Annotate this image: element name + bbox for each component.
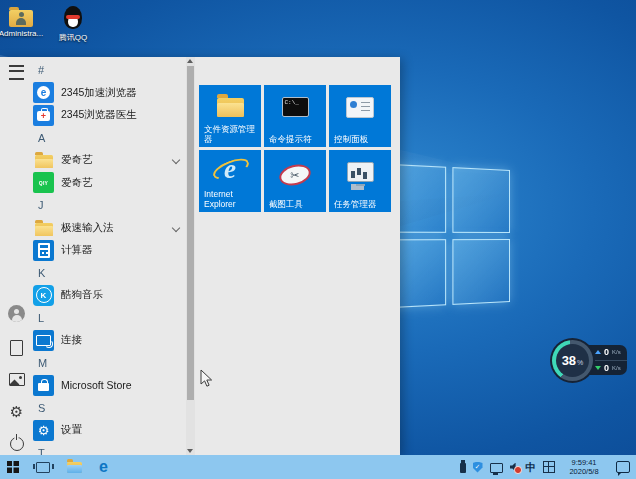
volume-muted-icon[interactable] [510, 463, 519, 472]
file-explorer-taskbar-button[interactable] [67, 462, 82, 473]
kugou-icon: K [33, 285, 54, 306]
memory-usage-ball[interactable]: 38 % [550, 338, 595, 383]
user-folder-icon [9, 10, 33, 27]
desktop-icon-administrator[interactable]: Administra... [0, 6, 48, 38]
app-item-2345-doctor[interactable]: + 2345浏览器医生 [33, 104, 185, 127]
start-menu-rail: ⚙ [0, 57, 33, 455]
qq-penguin-icon [62, 6, 84, 30]
command-prompt-icon: C:\_ [282, 97, 309, 117]
app-item-2345-browser[interactable]: e 2345加速浏览器 [33, 82, 185, 105]
desktop: Administra... 腾讯QQ 0 K/s 0 K/s 38 % ⚙ [0, 0, 636, 479]
edge-icon: e [99, 459, 108, 475]
tile-task-manager[interactable]: 任务管理器 [329, 150, 391, 212]
chevron-down-icon[interactable] [172, 156, 180, 164]
folder-icon [67, 462, 82, 473]
ime-mode-icon[interactable] [543, 461, 555, 473]
start-button[interactable] [7, 461, 19, 473]
iqiyi-icon: QIY [33, 172, 54, 193]
scroll-down-arrow[interactable] [187, 449, 193, 453]
app-item-kugou-music[interactable]: K 酷狗音乐 [33, 284, 185, 307]
tile-file-explorer[interactable]: 文件资源管理器 [199, 85, 261, 147]
section-header-m[interactable]: M [33, 352, 185, 375]
app-list-scrollbar[interactable] [186, 57, 195, 455]
folder-icon [33, 150, 54, 171]
task-view-icon [36, 462, 50, 473]
calculator-icon [33, 240, 54, 261]
app-item-connect[interactable]: 连接 [33, 329, 185, 352]
windows-logo-icon [7, 461, 19, 473]
clock-time: 9:59:41 [571, 458, 596, 468]
chevron-down-icon[interactable] [172, 223, 180, 231]
scroll-up-arrow[interactable] [187, 59, 193, 63]
desktop-icon-tencent-qq[interactable]: 腾讯QQ [46, 6, 100, 43]
upload-arrow-icon [595, 350, 601, 354]
user-avatar-icon [8, 305, 25, 322]
task-view-button[interactable] [36, 462, 50, 473]
tile-control-panel[interactable]: 控制面板 [329, 85, 391, 147]
documents-button[interactable] [0, 340, 33, 356]
scrollbar-thumb[interactable] [187, 66, 194, 400]
internet-explorer-icon: e [215, 154, 245, 184]
mute-badge [514, 466, 522, 474]
network-icon[interactable] [490, 463, 503, 473]
upload-speed-unit: K/s [612, 349, 621, 355]
app-item-iqiyi[interactable]: QIY 爱奇艺 [33, 172, 185, 195]
app-folder-jisu-ime[interactable]: 极速输入法 [33, 217, 185, 240]
tile-command-prompt[interactable]: C:\_ 命令提示符 [264, 85, 326, 147]
expand-menu-button[interactable] [0, 65, 33, 80]
control-panel-icon [346, 97, 374, 118]
taskbar-clock[interactable]: 9:59:41 2020/5/8 [562, 458, 606, 477]
browser-doctor-icon: + [33, 105, 54, 126]
task-manager-icon [347, 162, 374, 182]
power-icon [10, 437, 24, 451]
usb-device-icon[interactable] [460, 463, 466, 473]
taskbar: e ✓ 中 9:59:41 2020/5/8 [0, 455, 636, 479]
gear-icon: ⚙ [10, 404, 23, 419]
settings-button[interactable]: ⚙ [0, 404, 33, 419]
clock-date: 2020/5/8 [569, 467, 598, 477]
section-header-k[interactable]: K [33, 262, 185, 285]
section-header-hash[interactable]: # [33, 59, 185, 82]
download-speed-unit: K/s [612, 365, 621, 371]
file-explorer-icon [217, 98, 244, 117]
edge-taskbar-button[interactable]: e [99, 459, 108, 475]
wallpaper-windows-logo [383, 163, 510, 308]
section-header-j[interactable]: J [33, 194, 185, 217]
app-item-calculator[interactable]: 计算器 [33, 239, 185, 262]
download-arrow-icon [595, 366, 601, 370]
app-item-microsoft-store[interactable]: Microsoft Store [33, 374, 185, 397]
mouse-cursor [200, 369, 214, 389]
start-menu: ⚙ # e 2345加速浏览器 + 2345浏览器医生 A 爱奇艺 QIY 爱奇… [0, 57, 400, 455]
hamburger-icon [9, 65, 24, 80]
document-icon [10, 340, 23, 356]
upload-speed-value: 0 [604, 347, 609, 357]
section-header-l[interactable]: L [33, 307, 185, 330]
pictures-button[interactable] [0, 373, 33, 386]
snipping-tool-icon: ✂ [277, 161, 313, 188]
section-header-s[interactable]: S [33, 397, 185, 420]
power-button[interactable] [0, 437, 33, 451]
connect-icon [33, 330, 54, 351]
system-tray: ✓ 中 9:59:41 2020/5/8 [460, 455, 634, 479]
memory-percent: 38 [562, 353, 576, 368]
action-center-icon[interactable] [616, 461, 630, 473]
store-icon [33, 375, 54, 396]
tile-internet-explorer[interactable]: e Internet Explorer [199, 150, 261, 212]
folder-icon [33, 217, 54, 238]
app-item-settings[interactable]: ⚙ 设置 [33, 419, 185, 442]
settings-gear-icon: ⚙ [33, 420, 54, 441]
download-speed-value: 0 [604, 363, 609, 373]
user-account-button[interactable] [0, 305, 33, 322]
pictures-icon [9, 373, 25, 386]
app-folder-iqiyi[interactable]: 爱奇艺 [33, 149, 185, 172]
ime-language-indicator[interactable]: 中 [526, 462, 537, 473]
section-header-a[interactable]: A [33, 127, 185, 150]
desktop-icon-label: Administra... [0, 29, 43, 38]
desktop-icon-label: 腾讯QQ [59, 32, 87, 43]
browser-2345-icon: e [33, 82, 54, 103]
tile-snipping-tool[interactable]: ✂ 截图工具 [264, 150, 326, 212]
security-shield-icon[interactable]: ✓ [473, 462, 483, 473]
app-list: # e 2345加速浏览器 + 2345浏览器医生 A 爱奇艺 QIY 爱奇艺 … [33, 59, 185, 464]
